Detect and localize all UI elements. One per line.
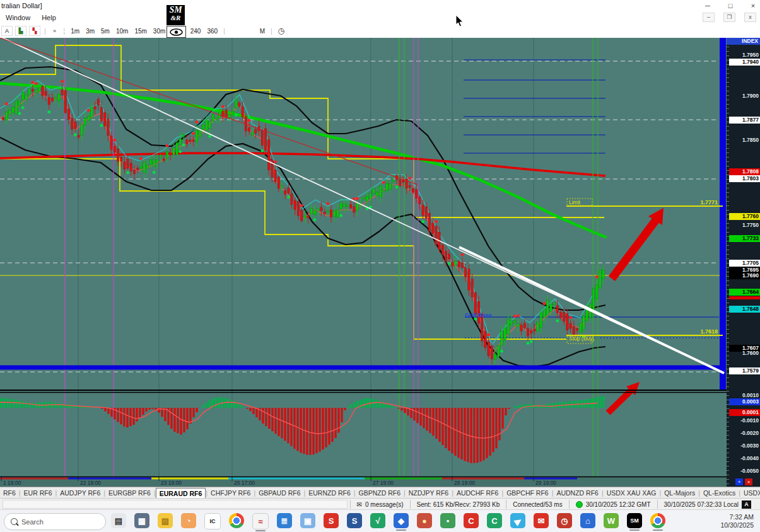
chrome-icon[interactable] bbox=[229, 513, 244, 528]
file-manager-icon[interactable]: ▤ bbox=[111, 513, 126, 528]
minimize-button[interactable]: ─ bbox=[703, 2, 712, 9]
green-app-icon[interactable]: ▪ bbox=[440, 513, 455, 528]
candle-body bbox=[2, 118, 4, 120]
candle-body bbox=[67, 109, 70, 120]
chart-svg: Limit1.7771Stop (Buy)1.7618Grid Base1 19… bbox=[0, 38, 727, 487]
candle-body bbox=[166, 151, 168, 158]
tab-eur-rf6[interactable]: EUR RF6 bbox=[21, 489, 56, 497]
child-minimize-button[interactable]: – bbox=[703, 13, 715, 22]
notes-app-icon[interactable]: ≣ bbox=[277, 513, 292, 528]
candle-body bbox=[35, 90, 37, 93]
maximize-button[interactable]: □ bbox=[726, 2, 735, 9]
c-green-app-icon[interactable]: C bbox=[487, 513, 502, 528]
chart-grid-icon[interactable]: ▚ bbox=[29, 26, 40, 36]
search-input[interactable]: Search bbox=[4, 513, 106, 530]
smr-app-icon[interactable]: SM bbox=[627, 513, 642, 528]
candle-body bbox=[425, 207, 428, 219]
timeframe-button-3m[interactable]: 3m bbox=[83, 27, 97, 35]
tab-gbpaud-rf6[interactable]: GBPAUD RF6 bbox=[255, 489, 303, 497]
clock-icon[interactable]: ◷ bbox=[276, 26, 286, 35]
timeframe-button-30m[interactable]: 30m bbox=[151, 27, 168, 35]
eye-icon[interactable] bbox=[167, 26, 186, 38]
timeframe-button-240[interactable]: 240 bbox=[188, 27, 204, 35]
calculator-icon[interactable]: ▦ bbox=[134, 513, 149, 528]
taskbar-clock[interactable]: 7:32 AM 10/30/2025 bbox=[720, 513, 754, 529]
candle-body bbox=[356, 203, 359, 211]
time-axis-label: 28 19:00 bbox=[454, 480, 475, 486]
mascot-icon[interactable]: ◔ bbox=[181, 513, 196, 528]
histogram-bar bbox=[22, 402, 24, 408]
fractal-high-dot bbox=[487, 333, 490, 337]
s-blue-app-icon[interactable]: S bbox=[347, 513, 362, 528]
chart-style-icon[interactable]: ▙ bbox=[15, 26, 26, 36]
histogram-bar bbox=[16, 400, 18, 408]
tab-nzdjpy-rf6[interactable]: NZDJPY RF6 bbox=[406, 489, 452, 497]
tab-gbpnzd-rf6[interactable]: GBPNZD RF6 bbox=[356, 489, 404, 497]
chart-area[interactable]: Limit1.7771Stop (Buy)1.7618Grid Base1 19… bbox=[0, 38, 727, 487]
tab-ql-exotics[interactable]: QL-Exotics bbox=[700, 489, 739, 497]
blue-app-icon[interactable]: ◆ bbox=[394, 513, 409, 528]
candle-body bbox=[579, 323, 582, 332]
tab-audnzd-rf6[interactable]: AUDNZD RF6 bbox=[553, 489, 602, 497]
histogram-bar bbox=[252, 408, 254, 414]
tab-usdx-rf[interactable]: USDX RF bbox=[740, 489, 760, 497]
histogram-bar bbox=[151, 408, 153, 409]
timeframe-button-5m[interactable]: 5m bbox=[98, 27, 112, 35]
tab-eurnzd-rf6[interactable]: EURNZD RF6 bbox=[305, 489, 354, 497]
child-restore-button[interactable]: ❐ bbox=[723, 13, 735, 22]
candle-body bbox=[543, 310, 546, 318]
home-app-icon[interactable]: ⌂ bbox=[580, 513, 595, 528]
tab-rf6[interactable]: RF6 bbox=[0, 489, 19, 497]
candle-body bbox=[353, 207, 356, 212]
mail-app-icon[interactable]: ✉ bbox=[534, 513, 549, 528]
candle-body bbox=[340, 203, 342, 209]
font-icon[interactable]: A bbox=[1, 26, 13, 36]
histogram-bar bbox=[322, 408, 324, 449]
tab-chfjpy-rf6[interactable]: CHFJPY RF6 bbox=[208, 489, 254, 497]
tab-audjpy-rf6[interactable]: AUDJPY RF6 bbox=[57, 489, 103, 497]
timeframe-button-360[interactable]: 360 bbox=[204, 27, 220, 35]
check-app-icon[interactable]: √ bbox=[370, 513, 385, 528]
w-green-app-icon[interactable]: W bbox=[604, 513, 619, 528]
chart-app-icon[interactable]: ≈ bbox=[252, 513, 269, 529]
scale-close-button[interactable]: × bbox=[745, 478, 752, 485]
fractal-high-dot bbox=[408, 176, 411, 180]
child-close-button[interactable]: x bbox=[744, 13, 756, 22]
candle-body bbox=[48, 98, 50, 105]
mode-button[interactable]: M bbox=[257, 27, 267, 35]
candle-body bbox=[464, 267, 467, 277]
histogram-bar bbox=[325, 408, 327, 448]
tab-ql-majors[interactable]: QL-Majors bbox=[661, 489, 698, 497]
menu-item-window[interactable]: Window bbox=[0, 14, 36, 21]
tab-audchf-rf6[interactable]: AUDCHF RF6 bbox=[453, 489, 502, 497]
photos-app-icon[interactable]: ▣ bbox=[300, 513, 315, 528]
folder-icon[interactable]: ▨ bbox=[158, 513, 173, 528]
candle-body bbox=[523, 323, 526, 328]
scale-plus-button[interactable]: + bbox=[735, 478, 743, 485]
chrome-2-icon[interactable] bbox=[650, 513, 665, 528]
candle-body bbox=[300, 210, 303, 221]
tab-gbpchf-rf6[interactable]: GBPCHF RF6 bbox=[503, 489, 552, 497]
histogram-bar bbox=[196, 408, 197, 412]
price-scale[interactable]: INDEX 1.79501.79401.79001.78771.78501.78… bbox=[727, 38, 760, 487]
clock-app-icon[interactable]: ◷ bbox=[557, 513, 572, 528]
tab-eurgbp-rf6[interactable]: EURGBP RF6 bbox=[105, 489, 154, 497]
timeframe-button-15m[interactable]: 15m bbox=[132, 27, 149, 35]
histogram-bar bbox=[243, 407, 245, 408]
menu-item-help[interactable]: Help bbox=[36, 14, 62, 21]
s-red-app-icon[interactable]: S bbox=[324, 513, 339, 528]
tab-euraud-rf6[interactable]: EURAUD RF6 bbox=[156, 488, 206, 499]
sphere-app-icon[interactable]: ● bbox=[417, 513, 432, 528]
timeframe-button-1m[interactable]: 1m bbox=[68, 27, 82, 35]
timeframe-button-10m[interactable]: 10m bbox=[114, 27, 131, 35]
close-button[interactable]: × bbox=[749, 2, 757, 9]
toolbar-overflow-button[interactable]: » bbox=[50, 26, 60, 35]
open-app-indicator bbox=[653, 529, 663, 531]
ic-app-icon[interactable]: IC bbox=[204, 513, 221, 529]
trading-app-screen: tralian Dollar] ─□× WindowHelp –❐x A▙▚|»… bbox=[0, 0, 760, 532]
candle-body bbox=[349, 204, 352, 208]
telegram-icon[interactable]: ▶ bbox=[510, 513, 525, 528]
tab-usdx-xau-xag[interactable]: USDX XAU XAG bbox=[604, 489, 660, 497]
histogram-bar bbox=[265, 408, 267, 426]
c-red-app-icon[interactable]: C bbox=[464, 513, 479, 528]
